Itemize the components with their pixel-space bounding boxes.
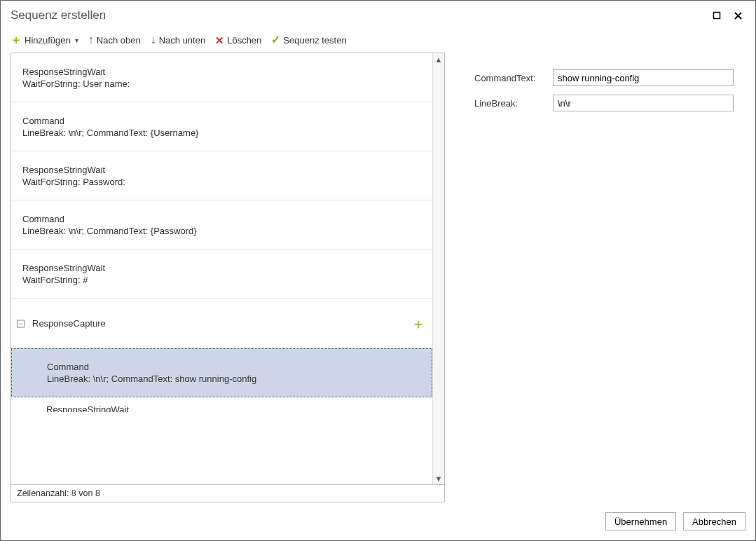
dialog-title: Sequenz erstellen <box>11 8 703 22</box>
group-add-icon[interactable]: ＋ <box>411 314 425 333</box>
arrow-down-icon: ↓ <box>151 34 156 46</box>
maximize-button[interactable] <box>709 8 724 23</box>
collapse-toggle-icon[interactable]: − <box>17 320 25 327</box>
arrow-up-icon: ↑ <box>88 34 94 46</box>
dropdown-caret-icon: ▾ <box>75 36 78 44</box>
linebreak-label: LineBreak: <box>474 98 544 109</box>
dialog-footer: Übernehmen Abbrechen <box>1 502 755 540</box>
list-item[interactable]: ResponseStringWait WaitForString: # <box>11 249 432 299</box>
list-item-detail: LineBreak: \n\r; CommandText: {Username} <box>22 128 421 138</box>
move-down-button[interactable]: ↓ Nach unten <box>151 34 206 46</box>
list-item-detail: WaitForString: User name: <box>22 78 421 89</box>
move-up-button[interactable]: ↑ Nach oben <box>88 34 141 46</box>
delete-label: Löschen <box>227 35 261 46</box>
list-item-detail: WaitForString: Password: <box>22 177 421 187</box>
cancel-button[interactable]: Abbrechen <box>683 512 745 530</box>
plus-icon: ＋ <box>11 34 22 46</box>
linebreak-row: LineBreak: <box>474 95 734 111</box>
toolbar: ＋ Hinzufügen ▾ ↑ Nach oben ↓ Nach unten … <box>1 30 755 53</box>
list-body: ResponseStringWait WaitForString: User n… <box>11 53 432 484</box>
apply-button[interactable]: Übernehmen <box>605 512 676 530</box>
list-item[interactable]: Command LineBreak: \n\r; CommandText: {P… <box>11 200 432 249</box>
linebreak-input[interactable] <box>553 95 734 111</box>
test-sequence-button[interactable]: ✓ Sequenz testen <box>271 34 346 46</box>
titlebar: Sequenz erstellen <box>1 1 755 30</box>
x-icon: ✕ <box>215 35 224 46</box>
properties-panel: CommandText: LineBreak: <box>474 53 734 502</box>
close-window-button[interactable] <box>730 8 745 23</box>
svg-rect-0 <box>714 13 720 19</box>
list-item-detail: LineBreak: \n\r; CommandText: {Password} <box>22 226 421 236</box>
commandtext-row: CommandText: <box>474 69 734 86</box>
list-item-title: ResponseStringWait <box>46 404 421 413</box>
list-item-title: Command <box>22 116 421 126</box>
list-item[interactable]: ResponseStringWait <box>11 397 432 412</box>
test-label: Sequenz testen <box>283 35 346 46</box>
close-icon <box>734 11 743 20</box>
delete-button[interactable]: ✕ Löschen <box>215 35 261 46</box>
scroll-up-icon[interactable]: ▲ <box>433 53 444 65</box>
add-label: Hinzufügen <box>25 35 71 46</box>
check-icon: ✓ <box>271 34 280 46</box>
commandtext-input[interactable] <box>553 69 734 86</box>
list-item-title: ResponseStringWait <box>22 263 421 273</box>
content-area: ResponseStringWait WaitForString: User n… <box>1 53 755 502</box>
commandtext-label: CommandText: <box>474 73 544 83</box>
list-item-title: Command <box>22 214 421 224</box>
list-item-detail: WaitForString: # <box>22 275 421 285</box>
list-scroll-area: ResponseStringWait WaitForString: User n… <box>11 53 444 484</box>
sequence-list: ResponseStringWait WaitForString: User n… <box>11 53 445 502</box>
list-status-bar: Zeilenanzahl: 8 von 8 <box>11 484 444 502</box>
list-item-selected[interactable]: Command LineBreak: \n\r; CommandText: sh… <box>11 348 432 397</box>
list-item-title: ResponseStringWait <box>22 165 421 175</box>
list-item-title: ResponseStringWait <box>22 67 421 77</box>
maximize-icon <box>713 11 721 20</box>
scroll-down-icon[interactable]: ▼ <box>433 472 444 484</box>
list-group-title: ResponseCapture <box>32 318 421 329</box>
list-item[interactable]: Command LineBreak: \n\r; CommandText: {U… <box>11 102 432 151</box>
list-group[interactable]: − ResponseCapture ＋ <box>11 299 432 349</box>
list-item[interactable]: ResponseStringWait WaitForString: Passwo… <box>11 151 432 200</box>
list-item-title: Command <box>47 362 420 372</box>
list-item[interactable]: ResponseStringWait WaitForString: User n… <box>11 53 432 102</box>
vertical-scrollbar[interactable]: ▲ ▼ <box>432 53 444 484</box>
move-down-label: Nach unten <box>159 35 206 46</box>
dialog-window: Sequenz erstellen ＋ Hinzufügen ▾ ↑ Nach … <box>0 0 756 541</box>
list-item-detail: LineBreak: \n\r; CommandText: show runni… <box>47 374 420 384</box>
move-up-label: Nach oben <box>97 35 141 46</box>
add-button[interactable]: ＋ Hinzufügen ▾ <box>11 34 78 46</box>
